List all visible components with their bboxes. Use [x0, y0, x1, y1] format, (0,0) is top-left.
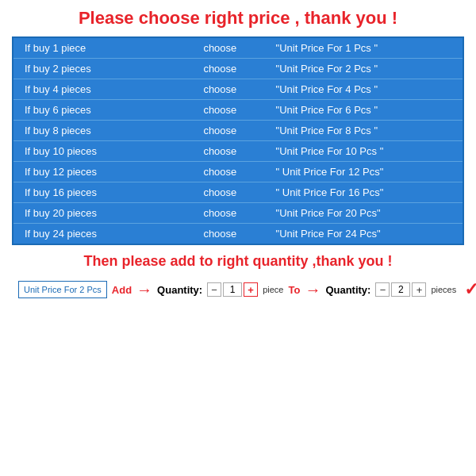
bottom-bar: Unit Price For 2 Pcs Add → Quantity: − 1…	[12, 276, 464, 303]
qty-minus-btn-2[interactable]: −	[375, 282, 390, 297]
cell-choose[interactable]: choose	[171, 100, 270, 120]
cell-quantity: If buy 1 piece	[13, 38, 171, 58]
table-row: If buy 8 pieceschoose"Unit Price For 8 P…	[13, 121, 463, 141]
cell-quantity: If buy 10 pieces	[13, 141, 171, 161]
qty-minus-btn-1[interactable]: −	[207, 282, 221, 297]
piece-label-1: piece	[263, 285, 283, 294]
cell-choose[interactable]: choose	[171, 59, 270, 79]
cell-unit-price: "Unit Price For 20 Pcs"	[270, 203, 463, 223]
cell-choose[interactable]: choose	[171, 141, 270, 161]
qty-value-1: 1	[223, 282, 242, 297]
cell-unit-price: "Unit Price For 4 Pcs "	[270, 79, 463, 99]
table-row: If buy 20 pieceschoose"Unit Price For 20…	[13, 203, 463, 224]
cell-quantity: If buy 16 pieces	[13, 182, 171, 202]
main-title: Please choose right price , thank you !	[79, 8, 397, 29]
qty-control-1: − 1 +	[207, 282, 258, 297]
table-row: If buy 12 pieceschoose" Unit Price For 1…	[13, 162, 463, 182]
cell-quantity: If buy 2 pieces	[13, 59, 171, 79]
cell-quantity: If buy 20 pieces	[13, 203, 171, 223]
bottom-title: Then please add to right quantity ,thank…	[83, 253, 392, 270]
cell-choose[interactable]: choose	[171, 203, 270, 223]
table-row: If buy 10 pieceschoose"Unit Price For 10…	[13, 141, 463, 162]
cell-choose[interactable]: choose	[171, 182, 270, 202]
cell-unit-price: "Unit Price For 10 Pcs "	[270, 141, 463, 161]
cell-quantity: If buy 12 pieces	[13, 162, 171, 182]
qty-value-2: 2	[391, 282, 410, 297]
cell-unit-price: "Unit Price For 2 Pcs "	[270, 59, 463, 79]
cell-unit-price: "Unit Price For 24 Pcs"	[270, 224, 463, 244]
qty-plus-btn-2[interactable]: +	[412, 282, 426, 297]
arrow-icon-1: →	[136, 282, 152, 298]
qty-plus-btn-1[interactable]: +	[244, 282, 258, 297]
cell-choose[interactable]: choose	[171, 162, 270, 182]
cell-quantity: If buy 6 pieces	[13, 100, 171, 120]
cell-choose[interactable]: choose	[171, 38, 270, 58]
cell-unit-price: "Unit Price For 6 Pcs "	[270, 100, 463, 120]
table-row: If buy 4 pieceschoose"Unit Price For 4 P…	[13, 79, 463, 100]
price-table: If buy 1 piecechoose"Unit Price For 1 Pc…	[12, 36, 464, 245]
cell-quantity: If buy 24 pieces	[13, 224, 171, 244]
cell-unit-price: "Unit Price For 8 Pcs "	[270, 121, 463, 140]
cell-quantity: If buy 4 pieces	[13, 79, 171, 99]
arrow-icon-2: →	[305, 282, 321, 298]
checkmark-icon: ✓	[464, 279, 476, 300]
table-row: If buy 2 pieceschoose"Unit Price For 2 P…	[13, 59, 463, 79]
cell-choose[interactable]: choose	[171, 121, 270, 140]
cell-unit-price: "Unit Price For 1 Pcs "	[270, 38, 463, 58]
cell-unit-price: " Unit Price For 16 Pcs"	[270, 182, 463, 202]
table-row: If buy 24 pieceschoose"Unit Price For 24…	[13, 224, 463, 244]
table-row: If buy 1 piecechoose"Unit Price For 1 Pc…	[13, 38, 463, 59]
piece-label-2: pieces	[431, 285, 456, 294]
qty-control-2: − 2 +	[375, 282, 426, 297]
quantity-label-1: Quantity:	[157, 284, 202, 296]
cell-choose[interactable]: choose	[171, 224, 270, 244]
to-label: To	[288, 284, 300, 296]
quantity-label-2: Quantity:	[325, 284, 370, 296]
unit-price-box: Unit Price For 2 Pcs	[18, 281, 107, 298]
add-label: Add	[112, 284, 132, 296]
cell-choose[interactable]: choose	[171, 79, 270, 99]
table-row: If buy 16 pieceschoose" Unit Price For 1…	[13, 182, 463, 203]
cell-unit-price: " Unit Price For 12 Pcs"	[270, 162, 463, 182]
cell-quantity: If buy 8 pieces	[13, 121, 171, 140]
table-row: If buy 6 pieceschoose"Unit Price For 6 P…	[13, 100, 463, 121]
